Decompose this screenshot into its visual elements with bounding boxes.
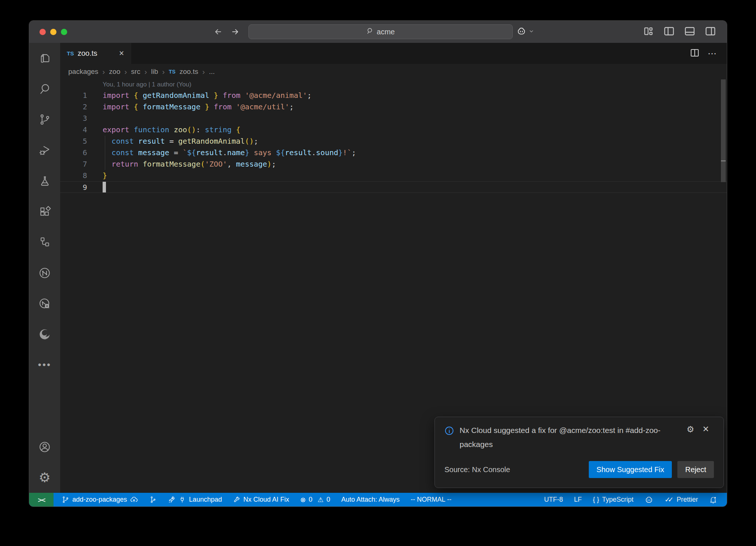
line-number: 1 bbox=[60, 90, 87, 101]
titlebar: acme bbox=[29, 21, 727, 43]
tab-close-icon[interactable]: × bbox=[119, 49, 124, 58]
launchpad-item[interactable]: Launchpad bbox=[168, 496, 222, 504]
back-button[interactable] bbox=[214, 27, 223, 36]
vim-mode-indicator[interactable]: -- NORMAL -- bbox=[411, 496, 451, 504]
explorer-icon[interactable] bbox=[29, 43, 60, 74]
breadcrumb-more[interactable]: ... bbox=[209, 68, 215, 76]
toggle-secondary-sidebar-button[interactable] bbox=[705, 26, 716, 38]
chevron-down-icon bbox=[529, 28, 534, 35]
breadcrumb-item[interactable]: lib bbox=[151, 68, 158, 76]
breadcrumb[interactable]: packages › zoo › src › lib › TS zoo.ts ›… bbox=[60, 64, 727, 79]
encoding-item[interactable]: UTF-8 bbox=[544, 496, 563, 504]
copilot-icon bbox=[645, 495, 653, 504]
toggle-panel-button[interactable] bbox=[684, 26, 695, 38]
command-center-text: acme bbox=[377, 28, 395, 36]
notifications-bell-item[interactable] bbox=[709, 496, 717, 504]
screen: acme bbox=[0, 0, 756, 546]
testing-icon[interactable] bbox=[29, 165, 60, 196]
copilot-menu[interactable] bbox=[516, 21, 534, 43]
typescript-file-icon: TS bbox=[169, 69, 175, 75]
problems-item[interactable]: ⊗ 0 ⚠ 0 bbox=[300, 496, 330, 504]
code-line[interactable]: 8} bbox=[60, 170, 727, 181]
toggle-primary-sidebar-button[interactable] bbox=[664, 26, 674, 38]
more-views-icon[interactable]: ••• bbox=[29, 349, 60, 380]
editor-actions-more-icon[interactable]: ⋯ bbox=[708, 48, 717, 59]
language-mode-item[interactable]: { } TypeScript bbox=[593, 496, 633, 504]
line-number: 3 bbox=[60, 113, 87, 124]
git-blame-annotation: You, 1 hour ago | 1 author (You) bbox=[103, 79, 727, 90]
breadcrumb-item[interactable]: src bbox=[131, 68, 140, 76]
extensions-icon[interactable] bbox=[29, 196, 60, 227]
search-icon bbox=[367, 27, 374, 36]
typescript-file-icon: TS bbox=[67, 50, 74, 57]
git-graph-icon bbox=[149, 496, 157, 504]
remote-indicator[interactable]: >< bbox=[29, 493, 54, 506]
source-control-graph-item[interactable] bbox=[149, 496, 157, 504]
code-line[interactable]: 4export function zoo(): string { bbox=[60, 124, 727, 136]
auto-attach-item[interactable]: Auto Attach: Always bbox=[341, 496, 400, 504]
editor-cursor bbox=[103, 182, 106, 192]
braces-icon: { } bbox=[593, 496, 599, 504]
code-line[interactable]: 7 return formatMessage('ZOO', message); bbox=[60, 158, 727, 170]
nx-cloud-ai-fix-item[interactable]: Nx Cloud AI Fix bbox=[233, 496, 289, 504]
copilot-status-item[interactable] bbox=[645, 495, 653, 504]
eol-item[interactable]: LF bbox=[574, 496, 582, 504]
breadcrumb-separator-icon: › bbox=[202, 67, 205, 76]
breadcrumb-item[interactable]: zoo bbox=[109, 68, 120, 76]
tab-bar: TS zoo.ts × ⋯ bbox=[60, 43, 727, 64]
customize-layout-button[interactable] bbox=[643, 26, 654, 38]
breadcrumb-file[interactable]: zoo.ts bbox=[179, 68, 198, 76]
line-number: 9 bbox=[60, 182, 87, 192]
code-line[interactable]: 3 bbox=[60, 113, 727, 124]
activity-bar: ••• ⚙ bbox=[29, 43, 60, 493]
run-debug-icon[interactable] bbox=[29, 135, 60, 165]
warnings-icon: ⚠ bbox=[317, 496, 323, 504]
status-bar: >< add-zoo-packages Launchpad bbox=[29, 493, 727, 506]
reject-button[interactable]: Reject bbox=[677, 461, 714, 478]
line-number: 6 bbox=[60, 147, 87, 158]
code-line[interactable]: 2import { formatMessage } from '@acme/ut… bbox=[60, 101, 727, 113]
close-window-button[interactable] bbox=[39, 29, 46, 35]
line-number: 7 bbox=[60, 158, 87, 170]
wrench-icon bbox=[233, 496, 240, 504]
tab-label: zoo.ts bbox=[78, 49, 97, 58]
minimize-window-button[interactable] bbox=[50, 29, 56, 35]
forward-button[interactable] bbox=[231, 27, 240, 36]
show-suggested-fix-button[interactable]: Show Suggested Fix bbox=[589, 461, 672, 478]
formatter-item[interactable]: ✓✓ Prettier bbox=[664, 495, 698, 504]
zoom-window-button[interactable] bbox=[61, 29, 67, 35]
git-branch-icon bbox=[62, 496, 69, 504]
window-controls bbox=[39, 21, 67, 43]
nx-console-icon[interactable] bbox=[29, 257, 60, 288]
code-line[interactable]: 9 bbox=[60, 181, 727, 193]
accounts-icon[interactable] bbox=[29, 431, 60, 462]
editor-scrollbar[interactable] bbox=[721, 79, 726, 182]
tab-zoo-ts[interactable]: TS zoo.ts × bbox=[60, 43, 131, 64]
project-structure-icon[interactable] bbox=[29, 227, 60, 257]
nx-cloud-icon[interactable] bbox=[29, 288, 60, 319]
code-line[interactable]: 1import { getRandomAnimal } from '@acme/… bbox=[60, 90, 727, 101]
notification-settings-icon[interactable]: ⚙ bbox=[687, 424, 694, 434]
source-control-icon[interactable] bbox=[29, 104, 60, 135]
split-editor-icon[interactable] bbox=[690, 48, 700, 59]
settings-gear-icon[interactable]: ⚙ bbox=[29, 462, 60, 493]
notification-close-icon[interactable]: ✕ bbox=[702, 424, 709, 434]
breadcrumb-separator-icon: › bbox=[162, 67, 165, 76]
rocket-icon bbox=[168, 496, 176, 504]
line-number: 4 bbox=[60, 124, 87, 136]
breadcrumb-item[interactable]: packages bbox=[68, 68, 98, 76]
notification-source: Source: Nx Console bbox=[444, 465, 510, 474]
line-number: 5 bbox=[60, 136, 87, 147]
publish-cloud-icon bbox=[130, 496, 138, 504]
git-branch-item[interactable]: add-zoo-packages bbox=[62, 496, 138, 504]
command-center-search[interactable]: acme bbox=[248, 24, 513, 39]
breadcrumb-separator-icon: › bbox=[102, 67, 105, 76]
search-view-icon[interactable] bbox=[29, 74, 60, 104]
code-line[interactable]: 6 const message = `${result.name} says $… bbox=[60, 147, 727, 158]
vscode-window: acme bbox=[29, 20, 727, 507]
info-icon bbox=[444, 426, 454, 437]
code-lines: 1import { getRandomAnimal } from '@acme/… bbox=[60, 90, 727, 193]
breadcrumb-separator-icon: › bbox=[144, 67, 147, 76]
edge-tools-icon[interactable] bbox=[29, 319, 60, 349]
code-line[interactable]: 5 const result = getRandomAnimal(); bbox=[60, 136, 727, 147]
